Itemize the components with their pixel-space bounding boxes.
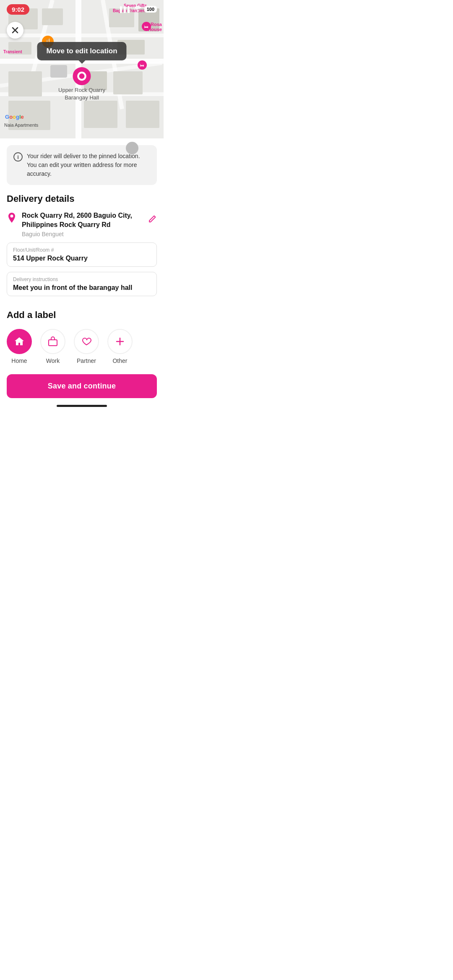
label-work-text: Work [46,357,60,364]
address-info: Rock Quarry Rd, 2600 Baguio City, Philip… [22,211,143,237]
drag-indicator[interactable] [126,142,138,154]
delivery-instructions-label: Delivery instructions [13,276,151,282]
floor-unit-value: 514 Upper Rock Quarry [13,255,151,262]
save-continue-button[interactable]: Save and continue [7,374,157,398]
transient-label: Transient [3,50,22,54]
map-view[interactable]: Seven Gifts Baguio Transient Rosa House … [0,0,164,138]
address-row: Rock Quarry Rd, 2600 Baguio City, Philip… [7,211,157,237]
label-home[interactable]: Home [7,329,32,364]
hotel-marker-2: 🛏 [138,60,147,70]
svg-point-10 [10,215,13,218]
edit-address-button[interactable] [148,214,157,226]
label-other[interactable]: Other [107,329,133,364]
wifi-icon [134,6,142,13]
address-main: Rock Quarry Rd, 2600 Baguio City, Philip… [22,211,143,230]
hotel-marker-1: 🛏 [142,22,151,31]
status-time: 9:02 [7,4,29,15]
map-pin [72,67,92,92]
google-logo: Google [5,114,24,120]
floor-unit-field[interactable]: Floor/Unit/Room # 514 Upper Rock Quarry [7,242,157,267]
delivery-instructions-value: Meet you in front of the barangay hall [13,284,151,292]
status-right: ▌▌▌ 100 [120,6,157,13]
info-text: Your rider will deliver to the pinned lo… [27,152,150,178]
svg-text:i: i [17,154,19,160]
status-bar: 9:02 ▌▌▌ 100 [0,0,164,18]
battery-indicator: 100 [144,6,157,13]
info-icon: i [13,152,23,162]
address-pin-icon [7,213,17,227]
label-work-icon [40,329,65,354]
svg-point-7 [79,73,85,79]
delivery-details-title: Delivery details [7,193,157,204]
label-work[interactable]: Work [40,329,65,364]
svg-point-0 [137,10,139,12]
add-label-title: Add a label [7,310,157,321]
label-partner[interactable]: Partner [74,329,99,364]
home-indicator [0,401,164,412]
save-button-container: Save and continue [0,368,164,401]
delivery-instructions-field[interactable]: Delivery instructions Meet you in front … [7,272,157,296]
address-sub: Baguio Benguet [22,231,143,237]
nearby-label-5: Naia Apartments [4,122,38,128]
label-partner-text: Partner [77,357,96,364]
map-tooltip: Move to edit location [37,42,126,60]
nearby-label-3: Rosa [151,22,162,27]
delivery-details-section: Delivery details Rock Quarry Rd, 2600 Ba… [0,185,164,296]
label-options: Home Work Partner [7,329,157,368]
label-other-icon [107,329,133,354]
label-partner-icon [74,329,99,354]
label-home-text: Home [11,357,27,364]
svg-rect-11 [49,340,57,346]
home-bar [57,405,107,407]
floor-unit-label: Floor/Unit/Room # [13,247,151,253]
close-button[interactable] [7,22,23,39]
label-other-text: Other [112,357,127,364]
label-home-icon [7,329,32,354]
signal-icon: ▌▌▌ [120,6,132,13]
label-section: Add a label Home Work [0,301,164,368]
